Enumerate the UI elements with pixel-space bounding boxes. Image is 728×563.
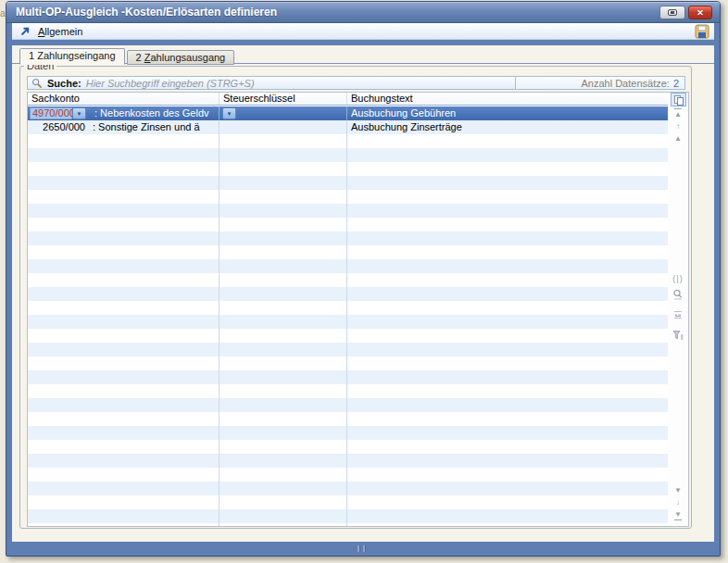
table-row-empty[interactable]: [28, 509, 669, 523]
table-row-empty[interactable]: [28, 482, 669, 495]
search-input[interactable]: Suche: Hier Suchbegriff eingeben (STRG+S…: [28, 77, 515, 89]
table-header: Sachkonto Steuerschlüssel Buchungstext: [28, 93, 669, 106]
table-row-empty[interactable]: [28, 426, 669, 440]
title-bar[interactable]: Multi-OP-Ausgleich -Kosten/Erlösarten de…: [6, 2, 720, 23]
table-row-empty[interactable]: [28, 190, 669, 204]
table-row-empty[interactable]: [28, 412, 669, 426]
search-icon: [31, 78, 43, 89]
table-row-empty[interactable]: [28, 315, 669, 329]
table-row-empty[interactable]: [28, 148, 669, 162]
table-row-empty[interactable]: [28, 523, 669, 526]
app-window: Multi-OP-Ausgleich -Kosten/Erlösarten de…: [6, 1, 721, 557]
tab-strip: 1 Zahlungseingang 2 Zahlungsausgang: [19, 48, 234, 65]
record-count-value: 2: [673, 78, 679, 89]
page-down-icon[interactable]: ↓: [668, 496, 688, 508]
window-title: Multi-OP-Ausgleich -Kosten/Erlösarten de…: [12, 6, 277, 19]
table-row-empty[interactable]: [28, 398, 669, 412]
table-row-empty[interactable]: [28, 301, 669, 315]
save-icon[interactable]: [695, 24, 709, 39]
close-button[interactable]: ✕: [688, 6, 712, 19]
table-row-empty[interactable]: [28, 370, 669, 384]
search-label: Suche:: [47, 78, 82, 89]
scroll-down-group: ▼ ↓ ▼: [668, 484, 688, 520]
column-header-buchungstext[interactable]: Buchungstext: [347, 93, 669, 105]
scroll-last-icon[interactable]: ▼: [668, 508, 688, 520]
booking-text: Ausbuchung Zinserträge: [347, 120, 462, 134]
scroll-up-group: ▲ ↑ ▲: [668, 108, 688, 144]
menu-item-allgemein[interactable]: Allgemein: [38, 26, 82, 37]
table-row-empty[interactable]: [28, 162, 669, 176]
tab-zahlungsausgang[interactable]: 2 Zahlungsausgang: [127, 50, 235, 65]
account-number: 2650/000: [28, 120, 85, 134]
scroll-next-icon[interactable]: ▼: [668, 484, 688, 496]
northeast-arrow-icon: [19, 26, 31, 37]
table-row-empty[interactable]: [28, 245, 669, 259]
table-row-empty[interactable]: [28, 384, 669, 398]
page-up-icon[interactable]: ↑: [668, 120, 688, 132]
table-body: 4970/000 ▼ : Nebenkosten des Geldv ▼ Aus…: [28, 106, 669, 526]
table-row-empty[interactable]: [28, 495, 669, 509]
scroll-first-icon[interactable]: ▲: [668, 108, 688, 120]
window-body: 1 Zahlungseingang 2 Zahlungsausgang Date…: [12, 45, 714, 542]
table-row-empty[interactable]: [28, 440, 669, 454]
account-description: : Sonstige Zinsen und ä: [93, 120, 200, 134]
table-row-empty[interactable]: [28, 454, 669, 468]
table-scroll-strip: ▲ ↑ ▲ (|): [668, 93, 688, 526]
table-row-empty[interactable]: [28, 357, 669, 370]
close-icon: ✕: [697, 8, 704, 18]
table-row-empty[interactable]: [28, 204, 669, 218]
account-dropdown-button[interactable]: ▼: [72, 107, 86, 119]
search-bar: Suche: Hier Suchbegriff eingeben (STRG+S…: [27, 76, 685, 90]
table-row-empty[interactable]: [28, 134, 669, 148]
table-row-empty[interactable]: [28, 231, 669, 245]
booking-text: Ausbuchung Gebühren: [347, 106, 456, 120]
window-bottom-frame[interactable]: [6, 542, 720, 556]
search-list-icon[interactable]: [668, 287, 688, 304]
chevron-down-icon: ▼: [227, 111, 232, 117]
sum-icon[interactable]: [668, 307, 688, 324]
dock-icon: [668, 9, 677, 16]
table-row-empty[interactable]: [28, 218, 669, 231]
copy-icon[interactable]: [671, 93, 686, 106]
toolbar: Allgemein: [12, 23, 714, 40]
table-row-empty[interactable]: [28, 176, 669, 190]
table-tools-group: (|): [668, 274, 688, 344]
scroll-prev-icon[interactable]: ▲: [668, 132, 688, 144]
table-row-empty[interactable]: [28, 329, 669, 343]
record-count-label: Anzahl Datensätze:: [581, 78, 669, 89]
table-row-empty[interactable]: [28, 259, 669, 273]
account-input[interactable]: 4970/000: [30, 107, 72, 119]
table-row-selected[interactable]: 4970/000 ▼ : Nebenkosten des Geldv ▼ Aus…: [28, 106, 669, 120]
chevron-down-icon: ▼: [77, 111, 82, 117]
table-row-empty[interactable]: [28, 287, 669, 301]
resize-grip-icon[interactable]: [358, 545, 366, 552]
filter-icon[interactable]: [668, 328, 688, 344]
daten-groupbox: Daten Suche: Hier Suchbegriff eingeben (…: [19, 66, 692, 529]
window-controls: ✕: [659, 6, 712, 19]
account-description: : Nebenkosten des Geldv: [94, 106, 209, 120]
column-width-icon[interactable]: (|): [668, 274, 688, 283]
table-row-empty[interactable]: [28, 468, 669, 482]
search-placeholder: Hier Suchbegriff eingeben (STRG+S): [86, 78, 255, 89]
data-table: Sachkonto Steuerschlüssel Buchungstext 4…: [27, 92, 689, 527]
tax-dropdown-button[interactable]: ▼: [222, 107, 236, 119]
table-row[interactable]: 2650/000 : Sonstige Zinsen und ä Ausbuch…: [28, 120, 669, 134]
column-header-steuerschluessel[interactable]: Steuerschlüssel: [220, 93, 347, 105]
table-row-empty[interactable]: [28, 343, 669, 357]
tab-zahlungseingang[interactable]: 1 Zahlungseingang: [19, 48, 125, 65]
column-header-sachkonto[interactable]: Sachkonto: [28, 93, 220, 105]
record-count-panel: Anzahl Datensätze: 2: [515, 77, 684, 89]
table-row-empty[interactable]: [28, 273, 669, 287]
dock-button[interactable]: [659, 6, 685, 19]
